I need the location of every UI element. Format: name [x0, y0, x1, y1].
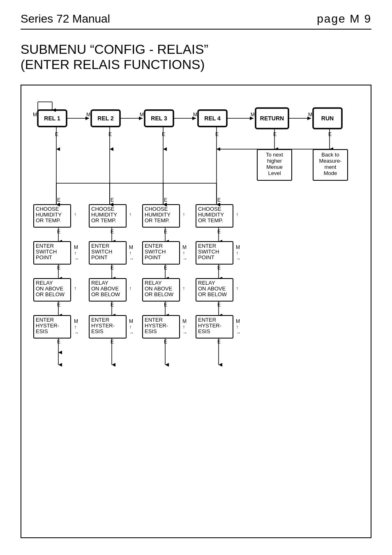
svg-text:ENTER: ENTER — [91, 317, 109, 323]
page-number: page M 9 — [317, 12, 371, 25]
svg-text:ENTER: ENTER — [145, 243, 163, 249]
svg-text:OR BELOW: OR BELOW — [145, 291, 174, 297]
svg-text:→: → — [182, 330, 187, 336]
svg-text:M: M — [74, 318, 78, 324]
svg-text:HYSTER-: HYSTER- — [145, 322, 168, 329]
svg-text:↑: ↑ — [74, 286, 76, 291]
svg-text:To next: To next — [266, 152, 283, 158]
svg-text:↑: ↑ — [236, 324, 238, 330]
svg-text:Measure-: Measure- — [319, 158, 342, 164]
svg-text:OR TEMP.: OR TEMP. — [36, 217, 61, 223]
svg-text:M: M — [140, 112, 144, 117]
svg-text:E: E — [57, 197, 60, 203]
svg-text:ESIS: ESIS — [198, 328, 210, 334]
svg-text:↑: ↑ — [182, 286, 185, 291]
manual-title: Series 72 Manual — [21, 12, 110, 25]
svg-text:E: E — [164, 197, 167, 203]
svg-text:HYSTER-: HYSTER- — [36, 322, 59, 329]
svg-text:OR TEMP.: OR TEMP. — [91, 217, 116, 223]
svg-text:E: E — [164, 265, 167, 271]
svg-text:POINT: POINT — [145, 254, 161, 260]
svg-text:E: E — [273, 131, 277, 137]
svg-text:→: → — [236, 256, 241, 262]
svg-text:CHOOSE: CHOOSE — [36, 206, 59, 212]
diagram-container: REL 1 M REL 2 M REL 3 M REL 4 M RETURN M — [21, 85, 371, 538]
svg-text:E: E — [215, 131, 219, 137]
svg-text:M: M — [251, 112, 255, 117]
svg-text:OR TEMP.: OR TEMP. — [198, 217, 223, 223]
svg-text:E: E — [217, 197, 221, 203]
flow-diagram: REL 1 M REL 2 M REL 3 M REL 4 M RETURN M — [25, 94, 376, 529]
svg-text:CHOOSE: CHOOSE — [91, 206, 115, 212]
page-title-block: SUBMENU “CONFIG - RELAIS” (ENTER RELAIS … — [21, 42, 371, 72]
svg-text:ENTER: ENTER — [36, 243, 54, 249]
svg-text:E: E — [162, 131, 165, 137]
svg-text:ON ABOVE: ON ABOVE — [145, 286, 173, 292]
svg-text:OR BELOW: OR BELOW — [198, 291, 227, 297]
svg-text:Level: Level — [268, 170, 281, 176]
svg-text:RUN: RUN — [321, 115, 334, 122]
svg-text:E: E — [164, 302, 167, 308]
svg-text:E: E — [57, 339, 60, 345]
svg-text:↑: ↑ — [182, 250, 185, 256]
svg-text:M: M — [308, 112, 312, 117]
svg-text:CHOOSE: CHOOSE — [198, 206, 221, 212]
svg-text:E: E — [164, 229, 167, 235]
svg-text:M: M — [182, 244, 187, 250]
svg-text:REL 3: REL 3 — [151, 115, 167, 122]
svg-text:M: M — [236, 318, 240, 324]
svg-text:POINT: POINT — [198, 254, 214, 260]
svg-text:ment: ment — [325, 164, 337, 170]
svg-text:SWITCH: SWITCH — [145, 249, 166, 255]
svg-text:M: M — [193, 112, 197, 117]
svg-text:↑: ↑ — [129, 286, 131, 291]
subtitle-line1: SUBMENU “CONFIG - RELAIS” — [21, 42, 371, 57]
svg-text:↑: ↑ — [236, 212, 238, 217]
svg-text:HYSTER-: HYSTER- — [91, 322, 115, 329]
svg-text:↑: ↑ — [74, 212, 76, 217]
svg-text:→: → — [182, 256, 187, 262]
svg-text:ENTER: ENTER — [91, 243, 109, 249]
svg-text:REL 1: REL 1 — [44, 115, 60, 122]
svg-text:↑: ↑ — [129, 212, 131, 217]
svg-text:M: M — [129, 244, 133, 250]
svg-text:ENTER: ENTER — [198, 317, 216, 323]
svg-text:ESIS: ESIS — [91, 328, 104, 334]
svg-text:HUMIDITY: HUMIDITY — [36, 212, 62, 218]
svg-text:M: M — [129, 318, 133, 324]
svg-text:ON ABOVE: ON ABOVE — [198, 286, 226, 292]
svg-text:OR BELOW: OR BELOW — [91, 291, 120, 297]
svg-text:E: E — [164, 339, 167, 345]
svg-text:RELAY: RELAY — [36, 280, 53, 286]
svg-text:E: E — [57, 302, 60, 308]
svg-text:Menue: Menue — [266, 164, 283, 170]
svg-text:↑: ↑ — [182, 324, 185, 330]
svg-text:E: E — [111, 339, 114, 345]
svg-text:POINT: POINT — [91, 254, 108, 260]
svg-text:SWITCH: SWITCH — [91, 249, 112, 255]
svg-text:→: → — [74, 256, 79, 262]
svg-text:RELAY: RELAY — [198, 280, 215, 286]
svg-text:M: M — [86, 112, 90, 117]
svg-text:M: M — [33, 112, 37, 117]
svg-text:REL 2: REL 2 — [97, 115, 114, 122]
svg-text:RETURN: RETURN — [260, 115, 284, 122]
svg-text:↑: ↑ — [182, 212, 185, 217]
svg-text:Mode: Mode — [324, 170, 337, 176]
svg-text:→: → — [129, 256, 134, 262]
svg-text:E: E — [111, 265, 114, 271]
svg-text:M: M — [74, 244, 78, 250]
svg-text:ESIS: ESIS — [36, 328, 48, 334]
svg-text:HUMIDITY: HUMIDITY — [91, 212, 117, 218]
svg-text:ENTER: ENTER — [198, 243, 216, 249]
svg-text:E: E — [217, 229, 221, 235]
svg-text:E: E — [55, 131, 58, 137]
svg-text:E: E — [111, 197, 114, 203]
svg-text:Back to: Back to — [321, 152, 339, 158]
svg-text:RELAY: RELAY — [91, 280, 108, 286]
svg-text:↑: ↑ — [74, 324, 76, 330]
svg-text:↑: ↑ — [236, 250, 238, 256]
page-header: Series 72 Manual page M 9 — [21, 12, 371, 30]
svg-text:E: E — [217, 265, 221, 271]
svg-text:E: E — [328, 131, 332, 137]
